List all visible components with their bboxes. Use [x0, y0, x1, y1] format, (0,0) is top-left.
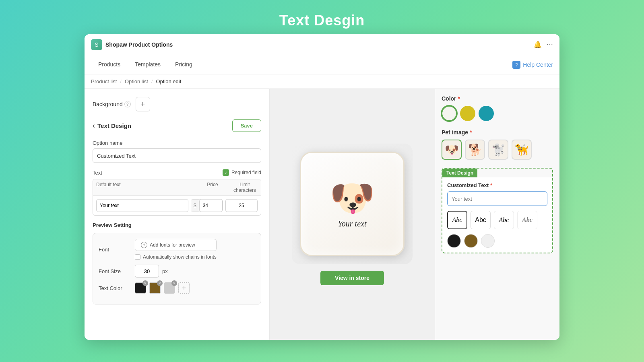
font-option-fancy[interactable]: Abc: [517, 211, 537, 229]
option-name-label: Option name: [93, 140, 261, 146]
limit-characters-input[interactable]: [225, 199, 258, 212]
left-panel: Background ? + ‹ Text Design Save Option…: [85, 89, 270, 340]
more-options-icon[interactable]: ⋯: [547, 41, 553, 48]
font-row: Font + Add fonts for preview Automatical…: [99, 239, 255, 260]
text-design-overlay-section: Text Design Customized Text * Abc Abc Ab…: [442, 168, 553, 253]
title-bar-actions: 🔔 ⋯: [534, 41, 553, 48]
auto-chain-checkbox[interactable]: [135, 254, 140, 260]
col-price: Price: [196, 179, 229, 195]
font-options: Abc Abc Abc Abc: [447, 211, 547, 229]
default-text-input[interactable]: [96, 199, 188, 212]
text-color-black[interactable]: [447, 234, 461, 248]
swatch-remove-black[interactable]: ×: [142, 280, 148, 286]
pet-option-4[interactable]: 🦮: [512, 140, 532, 160]
nav-item-products[interactable]: Products: [91, 56, 128, 74]
font-label: Font: [99, 247, 135, 253]
pillow-shape: 🐶 Your text: [300, 152, 405, 256]
back-button[interactable]: ‹ Text Design: [93, 121, 131, 130]
preview-setting-section: Preview Setting Font + Add fonts for pre…: [93, 222, 261, 304]
font-size-input[interactable]: [135, 265, 159, 278]
add-color-button[interactable]: +: [178, 282, 190, 294]
section-header: ‹ Text Design Save: [93, 119, 261, 132]
text-color-white[interactable]: [481, 234, 495, 248]
pet-image-options: 🐶 🐕 🐩 🦮: [442, 140, 553, 160]
text-color-dots: [447, 234, 547, 248]
color-section: Color *: [442, 95, 553, 121]
color-section-title: Color *: [442, 95, 553, 102]
pillow-text-preview: Your text: [338, 219, 367, 228]
view-in-store-button[interactable]: View in store: [320, 271, 384, 285]
text-field-group: Text ✓ Required field Default text Price…: [93, 169, 261, 216]
section-title: Text Design: [97, 122, 131, 129]
pet-option-2[interactable]: 🐕: [465, 140, 485, 160]
font-size-row: Font Size px: [99, 265, 255, 278]
color-swatch-brown[interactable]: ×: [149, 282, 161, 294]
price-input-wrap: $: [191, 199, 223, 212]
help-center-link[interactable]: ? Help Center: [512, 61, 553, 69]
nav-item-pricing[interactable]: Pricing: [168, 56, 200, 74]
color-option-teal[interactable]: [479, 106, 494, 121]
add-fonts-button[interactable]: + Add fonts for preview: [135, 239, 217, 251]
add-background-button[interactable]: +: [136, 97, 150, 111]
pet-image-section: Pet image * 🐶 🐕 🐩 🦮: [442, 129, 553, 160]
customized-text-label: Customized Text *: [447, 182, 547, 188]
pet-option-3[interactable]: 🐩: [488, 140, 508, 160]
customized-text-required: *: [490, 182, 492, 188]
breadcrumb-option-edit: Option edit: [156, 78, 181, 84]
swatch-remove-gray[interactable]: ×: [171, 280, 177, 286]
breadcrumb-product-list[interactable]: Product list: [91, 78, 117, 84]
preview-setting-title: Preview Setting: [93, 222, 261, 228]
customized-text-input[interactable]: [447, 191, 547, 206]
right-panel: Color * Pet image * 🐶 🐕 🐩: [435, 89, 559, 340]
option-name-group: Option name: [93, 140, 261, 163]
text-color-brown[interactable]: [464, 234, 478, 248]
save-button[interactable]: Save: [232, 119, 261, 132]
price-prefix: $: [191, 200, 199, 212]
col-default-text: Default text: [93, 179, 196, 195]
color-circles: [442, 106, 553, 121]
back-arrow-icon: ‹: [93, 121, 95, 130]
pet-image-title: Pet image *: [442, 129, 553, 136]
required-checkbox[interactable]: ✓: [223, 169, 229, 176]
color-option-white[interactable]: [442, 106, 457, 121]
swatch-remove-brown[interactable]: ×: [157, 280, 163, 286]
color-option-yellow[interactable]: [460, 106, 475, 121]
pet-option-1[interactable]: 🐶: [442, 140, 462, 160]
text-label: Text: [93, 170, 102, 176]
nav-item-templates[interactable]: Templates: [128, 56, 168, 74]
auto-chain-label: Automatically show chains in fonts: [143, 254, 217, 260]
text-design-tab-label: Text Design: [442, 169, 477, 177]
background-info-icon[interactable]: ?: [124, 101, 131, 107]
breadcrumb-sep-2: /: [151, 78, 153, 84]
auto-chain-row: Automatically show chains in fonts: [135, 254, 217, 260]
bell-icon[interactable]: 🔔: [534, 41, 542, 48]
color-swatch-gray[interactable]: ×: [164, 282, 175, 294]
color-required-star: *: [458, 95, 460, 102]
page-title: Text Desgin: [279, 12, 365, 29]
preview-box: Font + Add fonts for preview Automatical…: [93, 233, 261, 304]
price-input[interactable]: [199, 199, 223, 212]
nav-items: Products Templates Pricing: [91, 56, 512, 74]
required-field-label: Required field: [231, 170, 261, 175]
pillow-background: 🐶 Your text: [292, 144, 413, 264]
option-name-input[interactable]: [93, 148, 261, 163]
font-option-script[interactable]: Abc: [494, 211, 514, 229]
text-table-header: Default text Price Limit characters: [93, 179, 261, 196]
font-option-serif[interactable]: Abc: [447, 211, 467, 229]
main-content: Background ? + ‹ Text Design Save Option…: [85, 89, 559, 340]
font-size-label: Font Size: [99, 268, 135, 274]
text-table: Default text Price Limit characters $: [93, 179, 261, 216]
font-option-sans[interactable]: Abc: [471, 211, 491, 229]
product-preview-container: 🐶 Your text: [292, 144, 413, 264]
text-color-row: Text Color × × × +: [99, 282, 255, 294]
app-window: S Shopaw Product Options 🔔 ⋯ Products Te…: [85, 34, 559, 340]
breadcrumb: Product list / Option list / Option edit: [85, 74, 559, 89]
color-swatch-black[interactable]: ×: [135, 282, 146, 294]
title-bar: S Shopaw Product Options 🔔 ⋯: [85, 34, 559, 55]
breadcrumb-sep-1: /: [120, 78, 122, 84]
text-design-content: Customized Text * Abc Abc Abc Abc: [442, 177, 552, 253]
circle-plus-icon: +: [141, 242, 147, 248]
breadcrumb-option-list[interactable]: Option list: [125, 78, 148, 84]
text-section-header: Text ✓ Required field: [93, 169, 261, 176]
required-field-indicator: ✓ Required field: [223, 169, 261, 176]
